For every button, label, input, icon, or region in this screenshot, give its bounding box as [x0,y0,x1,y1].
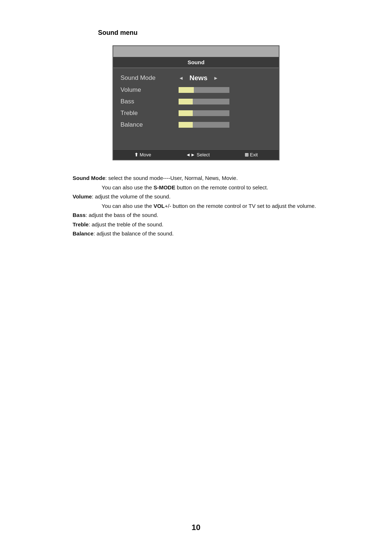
bass-label: Bass [121,98,179,105]
bold-vol: VOL [154,203,165,209]
menu-spacer [121,133,271,144]
treble-control [179,110,271,116]
select-label: Select [197,152,210,157]
volume-bar [179,87,229,93]
term-bass: Bass [73,212,86,218]
select-icon: ◄► [186,152,195,157]
term-balance: Balance [73,230,94,237]
bass-row: Bass [121,98,271,105]
volume-label: Volume [121,86,179,94]
volume-bar-fill [179,87,194,93]
bass-bar [179,99,229,104]
treble-label: Treble [121,110,179,117]
volume-control [179,87,271,93]
balance-bar [179,122,229,128]
bottom-bar-move: ⬆ Move [134,152,151,157]
exit-label: Exit [250,152,258,157]
tv-menu: Sound Sound Mode ◄ News ► Volume [113,45,279,160]
balance-row: Balance [121,121,271,128]
tv-menu-titlebar: Sound [113,57,279,68]
sound-mode-label: Sound Mode [121,74,179,82]
move-icon: ⬆ [134,152,138,157]
desc-sound-mode-extra: You can also use the S-MODE button on th… [73,183,334,192]
bold-s-mode: S-MODE [154,184,175,190]
treble-bar-fill [179,110,193,116]
arrow-right-icon: ► [213,75,219,81]
bottom-bar-select: ◄► Select [186,152,210,157]
tv-menu-bottombar: ⬆ Move ◄► Select ⊞ Exit [113,149,279,160]
tv-menu-title: Sound [188,59,205,65]
desc-treble: Treble: adjust the treble of the sound. [73,220,334,229]
section-title: Sound menu [98,29,356,37]
sound-mode-row: Sound Mode ◄ News ► [121,74,271,82]
desc-volume: Volume: adjust the volume of the sound. [73,192,334,201]
treble-bar [179,110,229,116]
description-block: Sound Mode: select the sound mode----Use… [73,173,334,238]
term-sound-mode: Sound Mode [73,175,105,181]
tv-menu-topbar [113,46,279,57]
sound-mode-control: ◄ News ► [179,74,271,82]
balance-control [179,122,271,128]
bottom-bar-exit: ⊞ Exit [245,152,258,157]
balance-bar-fill [179,122,193,128]
bass-bar-fill [179,99,193,104]
tv-menu-content: Sound Mode ◄ News ► Volume [113,68,279,149]
desc-sound-mode: Sound Mode: select the sound mode----Use… [73,173,334,183]
page-number: 10 [192,523,200,532]
desc-balance: Balance: adjust the balance of the sound… [73,229,334,238]
term-treble: Treble [73,221,89,227]
exit-icon: ⊞ [245,152,249,157]
arrow-left-icon: ◄ [179,75,184,81]
tv-menu-wrapper: Sound Sound Mode ◄ News ► Volume [36,45,356,160]
balance-label: Balance [121,121,179,128]
desc-bass: Bass: adjust the bass of the sound. [73,210,334,220]
term-volume: Volume [73,193,92,200]
volume-row: Volume [121,86,271,94]
move-label: Move [140,152,151,157]
sound-mode-value: News [186,74,211,82]
desc-volume-extra: You can also use the VOL+/- button on th… [73,201,334,211]
treble-row: Treble [121,110,271,117]
bass-control [179,99,271,104]
